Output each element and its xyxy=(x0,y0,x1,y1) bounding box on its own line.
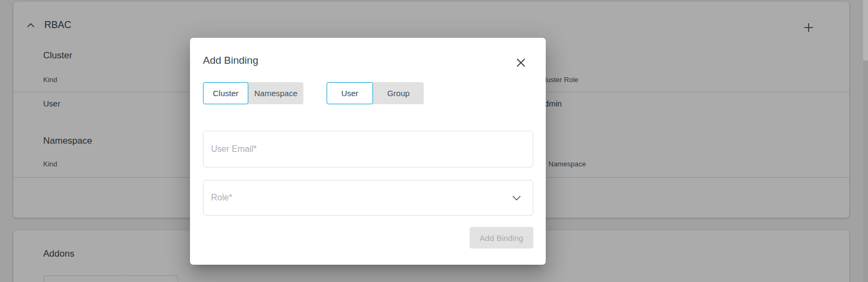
role-select-placeholder: Role* xyxy=(211,180,232,215)
toggle-user[interactable]: User xyxy=(327,82,373,104)
chevron-down-icon xyxy=(512,196,521,200)
close-button[interactable] xyxy=(513,55,528,70)
add-binding-dialog: Add Binding Cluster Namespace User Group… xyxy=(190,38,546,265)
toggle-cluster[interactable]: Cluster xyxy=(203,82,248,104)
scrollbar-thumb[interactable] xyxy=(863,0,868,61)
binding-subject-toggle-group: User Group xyxy=(327,82,424,104)
scrollbar-track[interactable] xyxy=(863,0,868,282)
dialog-title: Add Binding xyxy=(203,55,258,66)
role-select[interactable]: Role* xyxy=(203,180,533,216)
user-email-input[interactable] xyxy=(204,131,533,167)
close-icon xyxy=(517,58,525,67)
add-binding-submit-button[interactable]: Add Binding xyxy=(470,227,533,249)
toggle-group[interactable]: Group xyxy=(373,82,424,104)
toggle-namespace[interactable]: Namespace xyxy=(248,82,303,104)
user-email-field-wrapper xyxy=(203,131,533,167)
binding-scope-toggle-group: Cluster Namespace xyxy=(203,82,303,104)
